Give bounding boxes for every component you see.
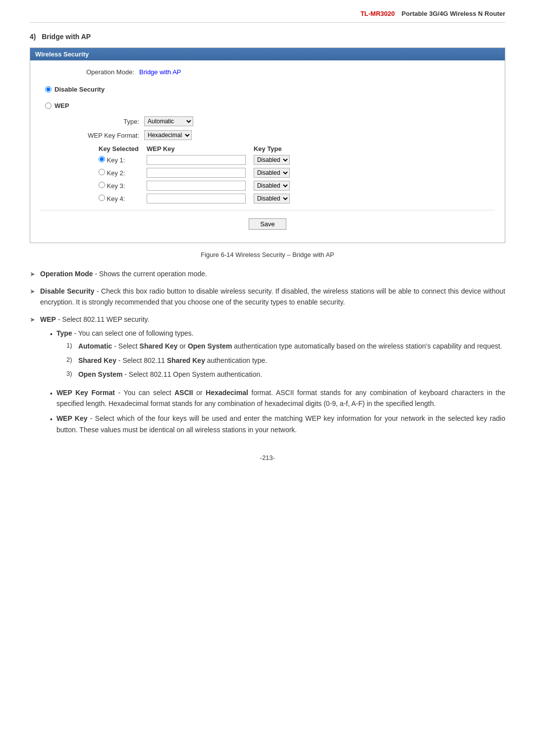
key-radio-1[interactable] xyxy=(99,156,105,162)
arrow-icon-2: ➤ xyxy=(30,287,35,297)
key-input-cell-1 xyxy=(143,153,250,166)
section-number: 4) xyxy=(30,33,36,41)
disable-security-text: - Check this box radio button to disable… xyxy=(40,287,505,306)
or-text: or xyxy=(180,342,188,350)
key-type-header: Key Type xyxy=(250,144,294,153)
key-input-2[interactable] xyxy=(147,168,246,178)
wep-key-format-bold: WEP Key Format xyxy=(56,389,115,397)
key-type-cell-3: Disabled64bit128bit152bit xyxy=(250,179,294,192)
operation-mode-bold: Operation Mode xyxy=(40,270,93,278)
disable-security-row[interactable]: Disable Security xyxy=(40,84,495,95)
sub-bullet-wep-key-content: WEP Key - Select which of the four keys … xyxy=(56,413,505,435)
num-2-content: Shared Key - Select 802.11 Shared Key au… xyxy=(78,355,267,366)
bullet-disable-security-content: Disable Security - Check this box radio … xyxy=(40,286,505,308)
key-input-cell-4 xyxy=(143,192,250,205)
shared-key-bold-1: Shared Key xyxy=(140,342,178,350)
type-bold: Type xyxy=(56,329,72,337)
key-selected-header: Key Selected xyxy=(95,144,143,153)
disable-security-radio[interactable] xyxy=(45,86,52,93)
wireless-security-box: Wireless Security Operation Mode: Bridge… xyxy=(30,48,505,243)
key-type-cell-4: Disabled64bit128bit152bit xyxy=(250,192,294,205)
ws-body: Operation Mode: Bridge with AP Disable S… xyxy=(30,60,505,243)
sub-bullet-wep-key-format: • WEP Key Format - You can select ASCII … xyxy=(50,387,505,409)
key-label-2: Key 2: xyxy=(95,166,143,179)
key-input-1[interactable] xyxy=(147,155,246,165)
section-title: Bridge with AP xyxy=(42,33,91,41)
key-type-select-3[interactable]: Disabled64bit128bit152bit xyxy=(254,181,290,191)
automatic-text: - Select xyxy=(114,342,139,350)
key-type-select-4[interactable]: Disabled64bit128bit152bit xyxy=(254,194,290,203)
ws-title-bar: Wireless Security xyxy=(30,48,505,60)
numbered-item-1: 1) Automatic - Select Shared Key or Open… xyxy=(66,341,502,352)
arrow-icon-1: ➤ xyxy=(30,269,35,280)
key-radio-2[interactable] xyxy=(99,169,105,175)
section-heading: 4) Bridge with AP xyxy=(30,33,505,41)
wep-sub-bullets: • Type - You can select one of following… xyxy=(50,328,505,435)
num-3: 3) xyxy=(66,369,78,379)
wep-key-format-text-1: - You can select xyxy=(118,389,175,397)
bullet-operation-mode-content: Operation Mode - Shows the current opera… xyxy=(40,268,505,279)
num-1: 1) xyxy=(66,341,78,351)
bullet-wep-content: WEP - Select 802.11 WEP security. • Type… xyxy=(40,314,505,440)
numbered-item-3: 3) Open System - Select 802.11 Open Syst… xyxy=(66,369,502,380)
wep-key-format-row: WEP Key Format: Hexadecimal ASCII xyxy=(55,130,495,140)
num-1-content: Automatic - Select Shared Key or Open Sy… xyxy=(78,341,502,352)
figure-caption: Figure 6-14 Wireless Security – Bridge w… xyxy=(30,251,505,258)
num-3-content: Open System - Select 802.11 Open System … xyxy=(78,369,262,380)
model-label: TL-MR3020 xyxy=(361,10,395,17)
type-select[interactable]: Automatic Shared Key Open System xyxy=(144,116,193,126)
header: TL-MR3020 Portable 3G/4G Wireless N Rout… xyxy=(30,10,505,23)
type-label: Type: xyxy=(55,118,144,125)
sub-bullet-wep-key-format-content: WEP Key Format - You can select ASCII or… xyxy=(56,387,505,409)
wep-radio-row[interactable]: WEP xyxy=(40,100,495,111)
product-name-label: Portable 3G/4G Wireless N Router xyxy=(402,10,505,17)
open-system-text: - Select 802.11 Open System authenticati… xyxy=(124,370,262,378)
operation-mode-row: Operation Mode: Bridge with AP xyxy=(40,68,495,76)
key-radio-4[interactable] xyxy=(99,195,105,201)
num-2: 2) xyxy=(66,355,78,365)
arrow-icon-3: ➤ xyxy=(30,315,35,325)
type-numbered-list: 1) Automatic - Select Shared Key or Open… xyxy=(66,341,502,380)
key-type-select-2[interactable]: Disabled64bit128bit152bit xyxy=(254,168,290,178)
dot-icon-3: • xyxy=(50,414,53,425)
open-system-bold-1: Open System xyxy=(188,342,232,350)
disable-security-bold: Disable Security xyxy=(40,287,95,295)
operation-mode-text: - Shows the current operation mode. xyxy=(95,270,207,278)
page-footer: -213- xyxy=(30,454,505,461)
hexadecimal-bold: Hexadecimal xyxy=(206,389,248,397)
wep-radio[interactable] xyxy=(45,102,52,109)
key-input-4[interactable] xyxy=(147,194,246,203)
wep-key-format-select[interactable]: Hexadecimal ASCII xyxy=(144,130,192,140)
key-input-3[interactable] xyxy=(147,181,246,191)
sub-bullet-wep-key: • WEP Key - Select which of the four key… xyxy=(50,413,505,435)
shared-key-text: - Select 802.11 xyxy=(118,356,167,364)
dot-icon-1: • xyxy=(50,329,53,340)
disable-security-label: Disable Security xyxy=(54,86,105,93)
wep-label: WEP xyxy=(54,102,69,109)
key-input-cell-3 xyxy=(143,179,250,192)
key-label-1: Key 1: xyxy=(95,153,143,166)
key-row-4: Key 4:Disabled64bit128bit152bit xyxy=(95,192,294,205)
wep-key-format-text-2: or xyxy=(196,389,206,397)
shared-key-bold-3: Shared Key xyxy=(167,356,205,364)
key-table: Key Selected WEP Key Key Type Key 1:Disa… xyxy=(95,144,294,205)
sub-bullet-type-content: Type - You can select one of following t… xyxy=(56,328,502,383)
sub-bullet-type: • Type - You can select one of following… xyxy=(50,328,505,383)
wep-key-text: - Select which of the four keys will be … xyxy=(56,414,505,433)
bullet-section: ➤ Operation Mode - Shows the current ope… xyxy=(30,268,505,439)
wep-key-format-label: WEP Key Format: xyxy=(55,132,144,139)
ws-title: Wireless Security xyxy=(35,50,89,58)
bullet-operation-mode: ➤ Operation Mode - Shows the current ope… xyxy=(30,268,505,280)
open-system-bold-2: Open System xyxy=(78,370,122,378)
operation-mode-value: Bridge with AP xyxy=(139,68,181,76)
save-button[interactable]: Save xyxy=(249,218,286,230)
key-input-cell-2 xyxy=(143,166,250,179)
wep-text: - Select 802.11 WEP security. xyxy=(58,315,150,323)
key-type-select-1[interactable]: Disabled64bit128bit152bit xyxy=(254,155,290,165)
key-radio-3[interactable] xyxy=(99,182,105,188)
save-row: Save xyxy=(40,210,495,235)
bullet-disable-security: ➤ Disable Security - Check this box radi… xyxy=(30,286,505,308)
numbered-item-2: 2) Shared Key - Select 802.11 Shared Key… xyxy=(66,355,502,366)
operation-mode-label: Operation Mode: xyxy=(40,68,139,76)
key-type-cell-2: Disabled64bit128bit152bit xyxy=(250,166,294,179)
